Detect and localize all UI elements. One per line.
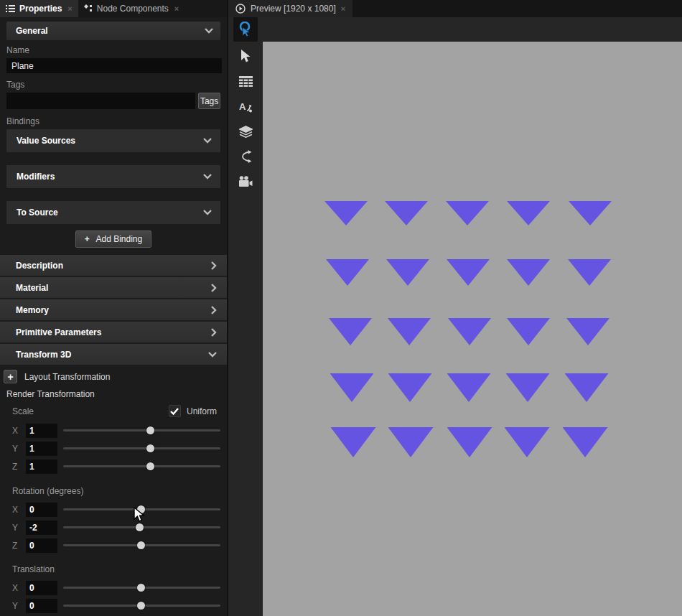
- rotation-z-input[interactable]: [26, 538, 57, 553]
- left-tabbar: Properties × Node Components ×: [0, 0, 227, 17]
- translation-x-slider-thumb[interactable]: [137, 584, 145, 592]
- tab-node-components-close-icon[interactable]: ×: [174, 4, 179, 13]
- tab-preview-close-icon[interactable]: ×: [341, 4, 345, 13]
- tab-properties-close-icon[interactable]: ×: [67, 4, 72, 13]
- text-animation-icon: A: [239, 101, 253, 113]
- triangle-mesh: [324, 201, 368, 225]
- interact-cursor-icon: [238, 22, 253, 37]
- triangle-mesh: [505, 427, 550, 457]
- tags-label: Tags: [6, 80, 227, 90]
- add-layout-transformation-button[interactable]: +: [4, 370, 17, 383]
- translation-x-input[interactable]: [26, 581, 57, 595]
- plus-icon: +: [85, 234, 90, 244]
- scale-label: Scale: [12, 406, 34, 416]
- scale-x-slider[interactable]: [63, 423, 220, 438]
- scale-z-slider[interactable]: [63, 459, 220, 474]
- section-transform-3d[interactable]: Transform 3D: [0, 344, 227, 365]
- triangle-mesh: [388, 373, 432, 402]
- triangle-mesh: [385, 201, 428, 225]
- rotation-y-slider-thumb[interactable]: [136, 523, 144, 531]
- preview-viewport[interactable]: [263, 42, 682, 616]
- chevron-down-icon: [208, 352, 217, 358]
- triangle-mesh: [506, 373, 550, 402]
- tags-input[interactable]: [6, 93, 195, 109]
- text-animate-tool-button[interactable]: A: [233, 95, 258, 117]
- triangle-mesh: [329, 318, 372, 345]
- chevron-right-icon: [211, 261, 217, 270]
- layout-transformation-label: Layout Transformation: [24, 372, 110, 382]
- section-description[interactable]: Description: [0, 255, 227, 276]
- triangle-mesh: [447, 427, 492, 457]
- split-connection-tool-button[interactable]: [233, 146, 258, 167]
- triangle-mesh: [388, 318, 431, 345]
- triangle-mesh: [326, 259, 369, 286]
- preview-tabbar: Preview [1920 x 1080] ×: [228, 0, 682, 17]
- properties-list-icon: [6, 5, 15, 13]
- chevron-down-icon: [205, 28, 213, 34]
- chevron-right-icon: [211, 306, 217, 314]
- triangle-mesh: [447, 259, 490, 286]
- triangle-mesh: [388, 427, 434, 457]
- scale-z-slider-thumb[interactable]: [146, 462, 154, 470]
- scale-x-input[interactable]: [26, 424, 57, 438]
- scale-x-slider-thumb[interactable]: [146, 426, 154, 434]
- uniform-checkbox[interactable]: [169, 405, 181, 417]
- rotation-x-slider-thumb[interactable]: [137, 505, 145, 513]
- section-modifiers[interactable]: Modifiers: [6, 165, 220, 188]
- play-icon: [235, 4, 246, 14]
- tab-node-components[interactable]: Node Components ×: [78, 0, 185, 17]
- translation-x-axis-label: X: [12, 583, 26, 593]
- tab-properties[interactable]: Properties ×: [0, 0, 78, 17]
- translation-x-slider[interactable]: [63, 580, 220, 595]
- translation-y-input[interactable]: [26, 599, 57, 613]
- rotation-z-axis-label: Z: [12, 541, 26, 551]
- section-general[interactable]: General: [6, 22, 220, 40]
- camera-tool-button[interactable]: [233, 171, 258, 192]
- section-transform-3d-label: Transform 3D: [16, 350, 71, 360]
- scale-y-slider[interactable]: [63, 441, 220, 456]
- section-to-source[interactable]: To Source: [6, 201, 220, 224]
- rotation-z-slider[interactable]: [63, 538, 220, 553]
- scale-y-input[interactable]: [26, 442, 57, 456]
- triangle-mesh: [563, 427, 608, 457]
- preview-options-bar: [263, 17, 682, 42]
- triangle-mesh: [386, 259, 429, 286]
- rotation-z-slider-thumb[interactable]: [137, 541, 145, 549]
- translation-y-slider[interactable]: [63, 598, 220, 613]
- triangle-mesh: [447, 373, 491, 402]
- rotation-x-axis-label: X: [12, 505, 26, 515]
- tags-button[interactable]: Tags: [198, 93, 220, 109]
- section-value-sources[interactable]: Value Sources: [6, 129, 220, 152]
- application-window: Properties × Node Components × General N…: [0, 0, 682, 616]
- interact-tool-button[interactable]: [233, 17, 258, 42]
- translation-y-axis-label: Y: [12, 601, 26, 611]
- scale-z-input[interactable]: [26, 459, 57, 474]
- rotation-y-slider[interactable]: [63, 520, 220, 535]
- rotation-label: Rotation (degrees): [12, 486, 83, 496]
- section-to-source-label: To Source: [17, 207, 58, 218]
- tab-preview[interactable]: Preview [1920 x 1080] ×: [228, 0, 352, 17]
- section-primitive-parameters-label: Primitive Parameters: [16, 327, 101, 337]
- section-primitive-parameters[interactable]: Primitive Parameters: [0, 322, 227, 342]
- add-binding-button[interactable]: + Add Binding: [75, 230, 151, 248]
- scale-x-axis-label: X: [12, 426, 26, 436]
- triangle-mesh: [448, 318, 491, 345]
- section-memory[interactable]: Memory: [0, 299, 227, 320]
- select-tool-button[interactable]: [233, 45, 258, 67]
- rotation-x-input[interactable]: [26, 503, 57, 517]
- chevron-down-icon: [203, 138, 212, 144]
- section-material[interactable]: Material: [0, 277, 227, 298]
- name-input[interactable]: [6, 58, 222, 73]
- layers-tool-button[interactable]: [233, 121, 258, 142]
- triangle-mesh: [331, 427, 376, 457]
- scale-y-slider-thumb[interactable]: [146, 444, 154, 452]
- translation-y-slider-thumb[interactable]: [137, 602, 145, 610]
- grid-list-tool-button[interactable]: [233, 70, 258, 92]
- chevron-right-icon: [211, 284, 217, 292]
- scale-z-axis-label: Z: [12, 462, 26, 472]
- tab-node-components-label: Node Components: [97, 4, 169, 14]
- select-cursor-icon: [240, 50, 251, 63]
- chevron-down-icon: [203, 174, 212, 179]
- rotation-x-slider[interactable]: [63, 502, 220, 517]
- rotation-y-input[interactable]: [26, 521, 57, 535]
